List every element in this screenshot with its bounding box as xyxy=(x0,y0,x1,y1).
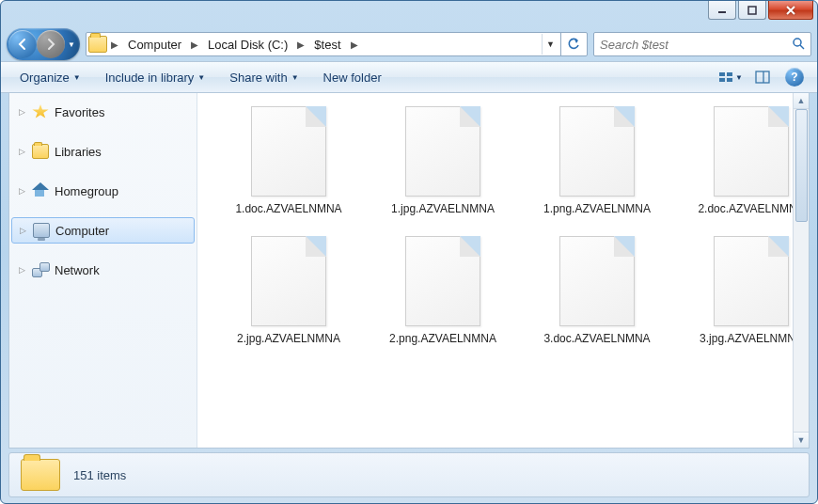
file-icon xyxy=(405,236,480,326)
view-icon xyxy=(718,71,733,84)
history-dropdown[interactable]: ▼ xyxy=(65,40,78,49)
file-icon xyxy=(559,236,635,326)
chevron-right-icon[interactable]: ▶ xyxy=(189,39,200,50)
file-icon xyxy=(251,236,326,326)
sidebar-item-favorites[interactable]: ▷ Favorites xyxy=(9,99,197,125)
file-name: 3.doc.AZVAELNMNA xyxy=(543,332,650,347)
nav-back-forward: ▼ xyxy=(7,28,80,60)
svg-rect-8 xyxy=(756,71,769,83)
new-folder-button[interactable]: New folder xyxy=(314,67,391,88)
expand-icon[interactable]: ▷ xyxy=(17,265,26,275)
address-dropdown[interactable]: ▼ xyxy=(542,34,558,55)
scroll-down-button[interactable]: ▼ xyxy=(794,432,809,448)
svg-rect-6 xyxy=(719,78,725,82)
file-name: 1.png.AZVAELNMNA xyxy=(543,202,651,217)
star-icon xyxy=(32,104,49,119)
include-label: Include in library xyxy=(105,71,195,85)
svg-rect-1 xyxy=(748,7,756,14)
homegroup-icon xyxy=(32,183,49,198)
refresh-button[interactable] xyxy=(560,32,585,56)
command-bar: Organize▼ Include in library▼ Share with… xyxy=(1,61,817,93)
sidebar-item-label: Favorites xyxy=(55,105,104,119)
file-icon xyxy=(251,106,326,197)
file-name: 1.jpg.AZVAELNMNA xyxy=(391,202,495,217)
chevron-right-icon[interactable]: ▶ xyxy=(295,39,307,50)
file-icon xyxy=(714,236,789,326)
help-button[interactable]: ? xyxy=(781,66,808,88)
minimize-button[interactable] xyxy=(708,1,736,20)
back-button[interactable] xyxy=(8,30,37,58)
sidebar-item-label: Libraries xyxy=(55,145,102,159)
details-pane: 151 items xyxy=(8,452,810,497)
forward-button[interactable] xyxy=(37,30,65,58)
close-button[interactable] xyxy=(768,1,813,20)
nav-bar: ▼ ▶ Computer ▶ Local Disk (C:) ▶ $test ▶… xyxy=(1,27,817,61)
address-bar[interactable]: ▶ Computer ▶ Local Disk (C:) ▶ $test ▶ ▼ xyxy=(86,32,588,56)
sidebar-item-network[interactable]: ▷ Network xyxy=(9,257,197,283)
file-name: 2.jpg.AZVAELNMNA xyxy=(237,332,340,347)
chevron-right-icon[interactable]: ▶ xyxy=(349,39,360,50)
organize-label: Organize xyxy=(20,71,70,85)
item-count: 151 items xyxy=(73,468,126,482)
file-item[interactable]: 1.png.AZVAELNMNA xyxy=(527,106,668,217)
file-item[interactable]: 2.png.AZVAELNMNA xyxy=(372,236,513,347)
maximize-button[interactable] xyxy=(738,1,766,20)
breadcrumb-segment[interactable]: Local Disk (C:) xyxy=(202,34,293,55)
chevron-right-icon[interactable]: ▶ xyxy=(109,39,120,50)
file-list-area[interactable]: 1.doc.AZVAELNMNA1.jpg.AZVAELNMNA1.png.AZ… xyxy=(197,93,809,448)
folder-icon xyxy=(21,459,60,491)
file-name: 2.png.AZVAELNMNA xyxy=(389,332,496,347)
sidebar-item-homegroup[interactable]: ▷ Homegroup xyxy=(9,178,197,204)
scroll-up-button[interactable]: ▲ xyxy=(794,93,809,109)
sidebar-item-label: Computer xyxy=(55,224,109,238)
include-in-library-menu[interactable]: Include in library▼ xyxy=(96,67,215,88)
svg-rect-0 xyxy=(718,11,726,13)
file-icon xyxy=(714,106,789,197)
search-bar[interactable] xyxy=(593,32,811,56)
svg-rect-4 xyxy=(719,72,725,76)
breadcrumb-segment[interactable]: $test xyxy=(308,34,346,55)
newfolder-label: New folder xyxy=(323,71,382,85)
title-bar xyxy=(1,1,817,27)
expand-icon[interactable]: ▷ xyxy=(17,147,26,156)
libraries-icon xyxy=(32,144,49,159)
sidebar-item-computer[interactable]: ▷ Computer xyxy=(11,217,195,244)
sidebar-item-label: Network xyxy=(55,263,100,277)
pane-icon xyxy=(755,71,770,84)
file-name: 3.jpg.AZVAELNMNA xyxy=(700,332,803,347)
body-area: ▷ Favorites ▷ Libraries ▷ Homegroup xyxy=(8,93,810,449)
computer-icon xyxy=(33,223,50,238)
svg-rect-5 xyxy=(727,72,732,76)
file-name: 1.doc.AZVAELNMNA xyxy=(235,202,341,217)
share-with-menu[interactable]: Share with▼ xyxy=(220,67,307,88)
view-options-button[interactable]: ▼ xyxy=(717,66,744,88)
scroll-thumb[interactable] xyxy=(795,109,808,222)
sidebar-item-libraries[interactable]: ▷ Libraries xyxy=(9,138,197,165)
preview-pane-button[interactable] xyxy=(749,66,776,88)
sidebar-item-label: Homegroup xyxy=(55,184,118,198)
network-icon xyxy=(32,262,49,277)
file-item[interactable]: 1.jpg.AZVAELNMNA xyxy=(372,106,513,217)
scrollbar[interactable]: ▲ ▼ xyxy=(793,93,809,448)
file-icon xyxy=(405,106,480,197)
expand-icon[interactable]: ▷ xyxy=(18,226,27,235)
search-icon[interactable] xyxy=(792,37,805,53)
navigation-pane: ▷ Favorites ▷ Libraries ▷ Homegroup xyxy=(9,93,197,448)
file-name: 2.doc.AZVAELNMNA xyxy=(698,202,804,217)
breadcrumb-segment[interactable]: Computer xyxy=(122,34,187,55)
expand-icon[interactable]: ▷ xyxy=(17,107,26,117)
svg-line-3 xyxy=(800,45,804,49)
expand-icon[interactable]: ▷ xyxy=(17,186,26,196)
svg-rect-7 xyxy=(727,78,732,82)
file-item[interactable]: 2.doc.AZVAELNMNA xyxy=(681,106,809,217)
search-input[interactable] xyxy=(600,38,792,52)
file-item[interactable]: 2.jpg.AZVAELNMNA xyxy=(218,236,359,347)
svg-point-2 xyxy=(794,39,801,46)
help-icon: ? xyxy=(785,68,804,87)
file-item[interactable]: 3.jpg.AZVAELNMNA xyxy=(681,236,809,347)
file-item[interactable]: 3.doc.AZVAELNMNA xyxy=(527,236,668,347)
file-icon xyxy=(559,106,635,197)
file-item[interactable]: 1.doc.AZVAELNMNA xyxy=(218,106,359,217)
organize-menu[interactable]: Organize▼ xyxy=(10,67,90,88)
folder-icon xyxy=(88,36,107,53)
